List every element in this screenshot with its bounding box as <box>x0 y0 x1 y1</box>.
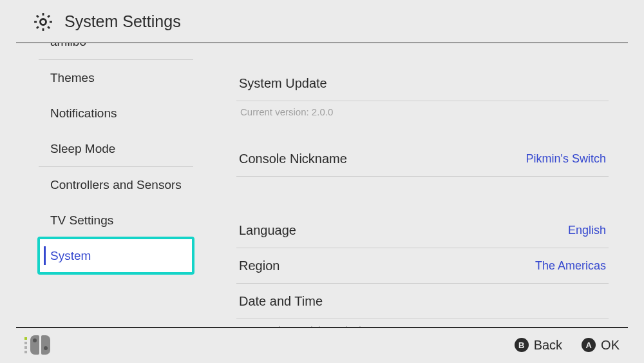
controller-status-icon <box>24 335 50 355</box>
sidebar-item-controllers[interactable]: Controllers and Sensors <box>39 167 193 202</box>
sidebar-item-label: Controllers and Sensors <box>50 178 182 192</box>
sidebar-item-system[interactable]: System <box>39 238 193 273</box>
setting-value: The Americas <box>535 259 606 273</box>
svg-point-0 <box>40 19 46 25</box>
a-button-icon: A <box>582 338 596 352</box>
header-bar: System Settings <box>0 0 644 43</box>
footer-bar: B Back A OK <box>0 327 644 363</box>
setting-value: Pikmin's Switch <box>526 152 606 166</box>
sidebar-item-amiibo[interactable]: amiibo <box>39 43 193 59</box>
back-button[interactable]: B Back <box>515 338 562 353</box>
setting-label: System Update <box>239 76 327 91</box>
sidebar-item-themes[interactable]: Themes <box>39 60 193 95</box>
setting-value: English <box>568 224 606 237</box>
main-panel: System Update Current version: 2.0.0 Con… <box>209 43 644 327</box>
page-title: System Settings <box>64 12 181 31</box>
sidebar-item-tv-settings[interactable]: TV Settings <box>39 202 193 238</box>
setting-date-time-current: Current date and time: 2/17/2017 2:05 p.… <box>236 319 609 327</box>
settings-sidebar: amiibo Themes Notifications Sleep Mode C… <box>0 43 209 327</box>
sidebar-item-label: Notifications <box>50 106 117 121</box>
back-button-label: Back <box>534 338 562 353</box>
setting-console-nickname[interactable]: Console Nickname Pikmin's Switch <box>236 141 609 177</box>
ok-button-label: OK <box>601 338 620 353</box>
ok-button[interactable]: A OK <box>582 338 620 353</box>
setting-language[interactable]: Language English <box>236 213 609 248</box>
setting-label: Console Nickname <box>239 152 347 166</box>
footer-divider <box>16 327 628 328</box>
sidebar-item-notifications[interactable]: Notifications <box>39 95 193 131</box>
sidebar-item-label: Sleep Mode <box>50 142 115 156</box>
setting-date-time[interactable]: Date and Time <box>236 284 609 319</box>
setting-system-update-version: Current version: 2.0.0 <box>236 101 609 122</box>
content-area: amiibo Themes Notifications Sleep Mode C… <box>0 43 644 327</box>
setting-label: Date and Time <box>239 294 323 309</box>
b-button-icon: B <box>515 338 529 352</box>
setting-label: Region <box>239 259 279 273</box>
sidebar-item-label: Themes <box>50 71 95 85</box>
setting-system-update[interactable]: System Update <box>236 66 609 101</box>
settings-gear-icon <box>32 11 54 33</box>
sidebar-item-label: System <box>50 249 91 263</box>
sidebar-item-sleep-mode[interactable]: Sleep Mode <box>39 131 193 166</box>
sidebar-item-label: TV Settings <box>50 213 113 228</box>
setting-region[interactable]: Region The Americas <box>236 248 609 284</box>
sidebar-item-label: amiibo <box>50 43 86 49</box>
setting-label: Language <box>239 223 296 238</box>
